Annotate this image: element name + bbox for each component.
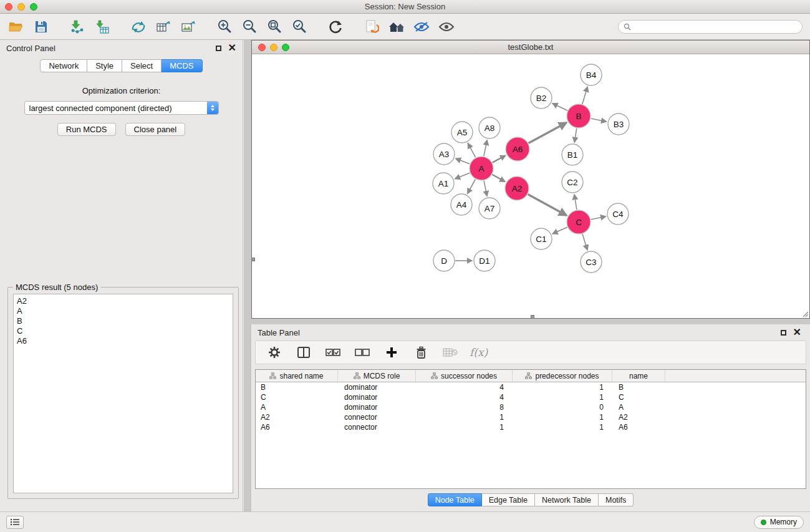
- node-B[interactable]: B: [567, 104, 591, 128]
- table-row[interactable]: Adominator80A: [256, 402, 806, 412]
- node-A6[interactable]: A6: [506, 137, 529, 161]
- minimize-window-button[interactable]: [17, 3, 25, 11]
- edge-A-A5[interactable]: [468, 143, 475, 158]
- edge-B-B1[interactable]: [574, 128, 577, 143]
- table-row[interactable]: A6connector11A6: [256, 422, 806, 432]
- search-input[interactable]: [634, 22, 797, 31]
- delete-table-button[interactable]: [440, 342, 460, 363]
- import-file-button[interactable]: [362, 16, 382, 37]
- optimization-criterion-dropdown[interactable]: largest connected component (directed): [24, 101, 219, 115]
- column-header-mcds-role[interactable]: MCDS role: [338, 370, 416, 382]
- node-A2[interactable]: A2: [505, 177, 529, 200]
- search-field[interactable]: [618, 20, 803, 34]
- tab-node-table[interactable]: Node Table: [428, 493, 482, 506]
- edge-A-A1[interactable]: [455, 173, 470, 178]
- edge-B-B4[interactable]: [582, 87, 587, 104]
- network-minimize-button[interactable]: [270, 44, 277, 51]
- tab-motifs[interactable]: Motifs: [599, 493, 634, 506]
- export-table-button[interactable]: [153, 16, 173, 37]
- list-item[interactable]: A: [14, 306, 233, 316]
- close-panel-button-cp[interactable]: Close panel: [125, 123, 186, 136]
- list-item[interactable]: A6: [14, 336, 233, 346]
- table-row[interactable]: A2connector11A2: [256, 412, 806, 422]
- float-panel-button[interactable]: [216, 46, 221, 51]
- float-table-panel-button[interactable]: [781, 330, 786, 336]
- node-B4[interactable]: B4: [581, 64, 602, 85]
- memory-button[interactable]: Memory: [754, 516, 804, 529]
- zoom-selected-button[interactable]: [289, 16, 309, 37]
- zoom-out-button[interactable]: [239, 16, 259, 37]
- tab-style[interactable]: Style: [87, 59, 122, 72]
- deselect-all-columns-button[interactable]: [352, 342, 372, 363]
- close-window-button[interactable]: [5, 3, 12, 11]
- node-B3[interactable]: B3: [608, 114, 629, 135]
- edge-C-C1[interactable]: [552, 227, 567, 234]
- apply-layout-button[interactable]: [325, 16, 345, 37]
- node-C4[interactable]: C4: [607, 203, 629, 225]
- network-window-titlebar[interactable]: testGlobe.txt: [252, 41, 809, 54]
- column-header-predecessor-nodes[interactable]: predecessor nodes: [513, 370, 612, 382]
- tab-network[interactable]: Network: [40, 59, 87, 72]
- export-network-button[interactable]: [128, 16, 148, 37]
- tab-select[interactable]: Select: [122, 59, 162, 72]
- edge-A-A2[interactable]: [492, 175, 504, 181]
- panel-menu-button[interactable]: [6, 516, 24, 529]
- edge-A2-C[interactable]: [528, 195, 567, 216]
- edge-A-A3[interactable]: [456, 158, 470, 164]
- list-item[interactable]: A2: [14, 296, 233, 306]
- resize-corner-icon[interactable]: [801, 310, 809, 317]
- table-settings-button[interactable]: [264, 342, 284, 363]
- show-columns-button[interactable]: [294, 342, 314, 363]
- tab-network-table[interactable]: Network Table: [535, 493, 599, 506]
- list-item[interactable]: B: [14, 316, 233, 326]
- network-close-button[interactable]: [258, 44, 266, 51]
- list-item[interactable]: C: [14, 326, 233, 336]
- node-C3[interactable]: C3: [581, 251, 602, 273]
- edge-B-B3[interactable]: [591, 118, 607, 122]
- edge-C-C3[interactable]: [582, 234, 587, 250]
- toggle-graphics-details-button[interactable]: [436, 16, 456, 37]
- edge-A-A7[interactable]: [484, 181, 487, 196]
- close-table-panel-button[interactable]: ✕: [793, 327, 801, 337]
- mcds-result-list[interactable]: A2ABCA6: [13, 294, 233, 493]
- node-A8[interactable]: A8: [479, 117, 500, 138]
- close-panel-button[interactable]: ✕: [228, 43, 236, 53]
- network-canvas[interactable]: B4B2BB3A5A8A6B1A3AC2A1A2A4A7C4C1CC3DD1: [252, 54, 809, 318]
- zoom-in-button[interactable]: [215, 16, 234, 37]
- node-B2[interactable]: B2: [531, 87, 552, 109]
- edge-A6-B[interactable]: [529, 123, 567, 143]
- node-A7[interactable]: A7: [479, 198, 500, 219]
- node-A1[interactable]: A1: [433, 173, 454, 194]
- edge-B-B2[interactable]: [552, 104, 567, 111]
- column-header-shared-name[interactable]: shared name: [256, 370, 338, 382]
- node-C2[interactable]: C2: [562, 172, 583, 193]
- tab-edge-table[interactable]: Edge Table: [482, 493, 535, 506]
- column-header-successor-nodes[interactable]: successor nodes: [416, 370, 513, 382]
- run-mcds-button[interactable]: Run MCDS: [57, 123, 116, 136]
- open-session-button[interactable]: [6, 16, 26, 37]
- network-zoom-button[interactable]: [282, 44, 289, 51]
- export-image-button[interactable]: [178, 16, 198, 37]
- node-A3[interactable]: A3: [433, 143, 455, 165]
- table-row[interactable]: Cdominator41C: [256, 392, 806, 402]
- node-A4[interactable]: A4: [451, 194, 472, 215]
- edge-A-A8[interactable]: [484, 140, 487, 157]
- zoom-window-button[interactable]: [30, 3, 37, 11]
- edge-C-C2[interactable]: [574, 195, 577, 210]
- select-all-columns-button[interactable]: [323, 342, 343, 363]
- save-session-button[interactable]: [31, 16, 51, 37]
- node-D[interactable]: D: [433, 250, 455, 271]
- node-D1[interactable]: D1: [474, 250, 495, 271]
- zoom-fit-button[interactable]: [264, 16, 284, 37]
- delete-column-button[interactable]: [411, 342, 431, 363]
- import-table-button[interactable]: [92, 16, 112, 37]
- vizmapper-button[interactable]: [412, 16, 432, 37]
- node-A5[interactable]: A5: [451, 122, 473, 143]
- create-column-button[interactable]: [382, 342, 402, 363]
- column-header-name[interactable]: name: [612, 370, 665, 382]
- resize-handle-left[interactable]: [251, 258, 255, 261]
- node-A[interactable]: A: [470, 157, 493, 180]
- edge-A-A4[interactable]: [468, 180, 476, 194]
- node-B1[interactable]: B1: [562, 144, 583, 165]
- node-C[interactable]: C: [567, 210, 591, 234]
